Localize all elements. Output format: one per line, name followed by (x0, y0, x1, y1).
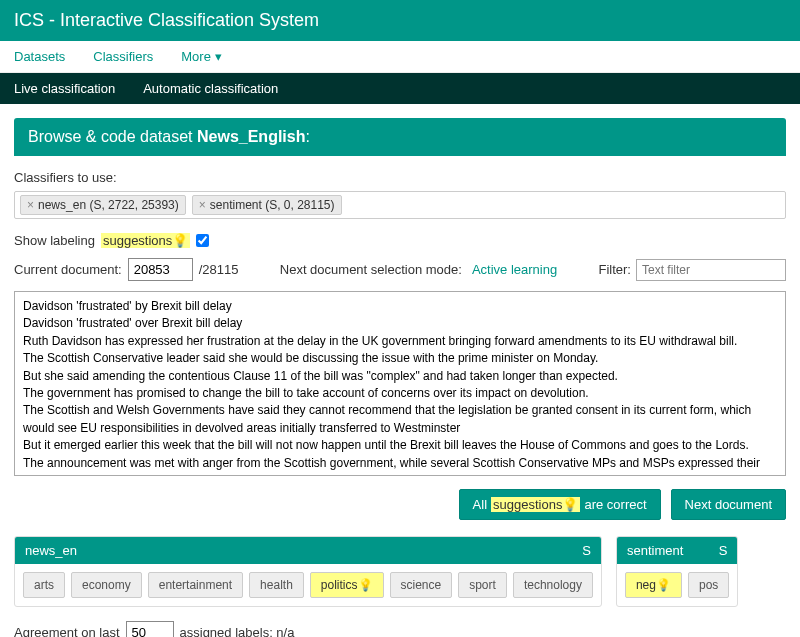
app-header: ICS - Interactive Classification System (0, 0, 800, 41)
category-health[interactable]: health (249, 572, 304, 598)
category-sport[interactable]: sport (458, 572, 507, 598)
classifier-groups: news_en S arts economy entertainment hea… (14, 536, 786, 607)
group-body: arts economy entertainment health politi… (15, 564, 601, 606)
category-entertainment[interactable]: entertainment (148, 572, 243, 598)
agreement-row: Agreement on last assigned labels: n/a (14, 621, 786, 637)
suggestions-highlight: suggestions💡 (491, 497, 580, 512)
subnav-auto[interactable]: Automatic classification (143, 81, 278, 96)
classifiers-label: Classifiers to use: (14, 170, 786, 185)
bulb-icon: 💡 (656, 578, 671, 592)
filter-input[interactable] (636, 259, 786, 281)
group-badge: S (582, 543, 591, 558)
current-doc-input[interactable] (128, 258, 193, 281)
classifier-group-news-en: news_en S arts economy entertainment hea… (14, 536, 602, 607)
sub-nav: Live classification Automatic classifica… (0, 73, 800, 104)
content: Browse & code dataset News_English: Clas… (0, 104, 800, 637)
nav-more[interactable]: More ▾ (181, 49, 221, 64)
current-doc-total: /28115 (199, 262, 239, 277)
category-neg[interactable]: neg💡 (625, 572, 682, 598)
bulb-icon: 💡 (562, 497, 578, 512)
group-name: news_en (25, 543, 77, 558)
category-technology[interactable]: technology (513, 572, 593, 598)
category-politics[interactable]: politics💡 (310, 572, 384, 598)
category-science[interactable]: science (390, 572, 453, 598)
next-mode-label: Next document selection mode: (280, 262, 462, 277)
category-arts[interactable]: arts (23, 572, 65, 598)
filter-label: Filter: (598, 262, 631, 277)
panel-dataset-name: News_English (197, 128, 305, 145)
suggestions-highlight: suggestions💡 (101, 233, 190, 248)
category-pos[interactable]: pos (688, 572, 729, 598)
panel-title-prefix: Browse & code dataset (28, 128, 197, 145)
subnav-live[interactable]: Live classification (14, 81, 115, 96)
agreement-prefix: Agreement on last (14, 625, 120, 637)
classifier-chip-news-en: × news_en (S, 2722, 25393) (20, 195, 186, 215)
bulb-icon: 💡 (358, 578, 373, 592)
category-economy[interactable]: economy (71, 572, 142, 598)
show-labeling-text: Show labeling (14, 233, 95, 248)
agreement-count-input[interactable] (126, 621, 174, 637)
action-row: All suggestions💡 are correct Next docume… (14, 489, 786, 520)
group-body: neg💡 pos (617, 564, 737, 606)
agreement-suffix: assigned labels: n/a (180, 625, 295, 637)
app-title: ICS - Interactive Classification System (14, 10, 319, 30)
group-header: sentiment S (617, 537, 737, 564)
group-header: news_en S (15, 537, 601, 564)
all-suggestions-correct-button[interactable]: All suggestions💡 are correct (459, 489, 661, 520)
document-text[interactable] (14, 291, 786, 476)
main-nav: Datasets Classifiers More ▾ (0, 41, 800, 73)
current-doc-label: Current document: (14, 262, 122, 277)
chip-label: sentiment (S, 0, 28115) (210, 198, 335, 212)
panel-header: Browse & code dataset News_English: (14, 118, 786, 156)
close-icon[interactable]: × (199, 198, 206, 212)
classifier-group-sentiment: sentiment S neg💡 pos (616, 536, 738, 607)
classifier-select[interactable]: × news_en (S, 2722, 25393) × sentiment (… (14, 191, 786, 219)
next-mode-link[interactable]: Active learning (472, 262, 557, 277)
next-document-button[interactable]: Next document (671, 489, 786, 520)
show-suggestions-row: Show labeling suggestions💡 (14, 233, 786, 248)
nav-classifiers[interactable]: Classifiers (93, 49, 153, 64)
show-suggestions-checkbox[interactable] (196, 234, 209, 247)
nav-datasets[interactable]: Datasets (14, 49, 65, 64)
close-icon[interactable]: × (27, 198, 34, 212)
group-badge: S (719, 543, 728, 558)
chip-label: news_en (S, 2722, 25393) (38, 198, 179, 212)
document-controls-row: Current document: /28115 Next document s… (14, 258, 786, 281)
classifier-chip-sentiment: × sentiment (S, 0, 28115) (192, 195, 342, 215)
bulb-icon: 💡 (172, 233, 188, 248)
group-name: sentiment (627, 543, 683, 558)
